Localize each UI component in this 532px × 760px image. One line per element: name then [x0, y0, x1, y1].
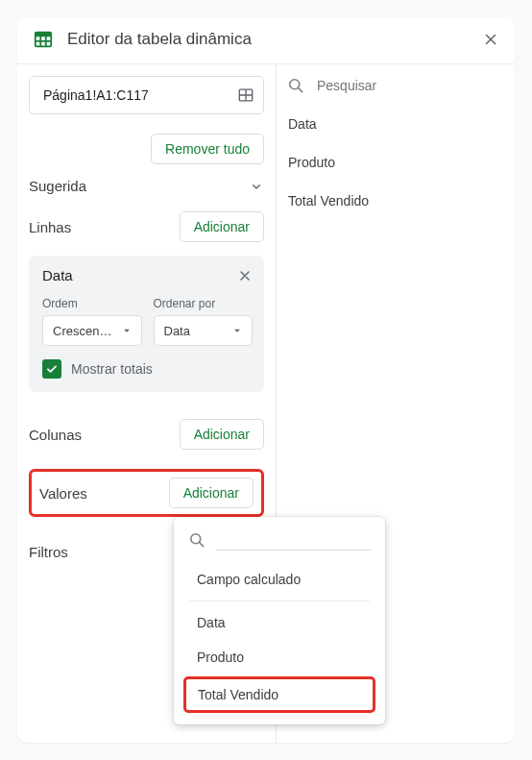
show-totals-row: Mostrar totais	[42, 359, 253, 379]
order-label: Ordem	[42, 297, 142, 310]
calculated-field-option[interactable]: Campo calculado	[174, 558, 385, 597]
suggested-label: Sugerida	[29, 178, 86, 194]
dropdown-option[interactable]: Produto	[174, 640, 385, 674]
search-icon	[286, 76, 305, 95]
columns-add-button[interactable]: Adicionar	[180, 419, 264, 450]
rows-title: Linhas	[29, 219, 71, 235]
close-icon[interactable]	[482, 31, 499, 48]
pivot-table-icon	[33, 29, 54, 50]
values-section-highlight: Valores Adicionar	[29, 469, 264, 517]
panel-header: Editor da tabela dinâmica	[17, 17, 515, 63]
divider	[189, 601, 370, 601]
row-field-name: Data	[42, 267, 73, 283]
caret-down-icon	[120, 324, 133, 337]
sort-by-value: Data	[164, 324, 190, 338]
row-field-card: Data Ordem Crescen…	[29, 256, 264, 392]
svg-point-16	[191, 533, 201, 543]
order-value: Crescen…	[53, 324, 111, 338]
dropdown-option-highlight: Total Vendido	[183, 676, 375, 713]
columns-title: Colunas	[29, 427, 82, 443]
sort-by-select[interactable]: Data	[154, 315, 254, 346]
values-title: Valores	[39, 485, 87, 502]
columns-section-header: Colunas Adicionar	[29, 419, 264, 450]
select-range-icon[interactable]	[236, 86, 255, 105]
remove-all-button[interactable]: Remover tudo	[151, 134, 264, 164]
values-add-button[interactable]: Adicionar	[169, 478, 254, 508]
field-list: Data Produto Total Vendido	[286, 105, 505, 220]
svg-line-15	[299, 88, 302, 92]
caret-down-icon	[230, 324, 244, 337]
svg-rect-1	[36, 33, 52, 37]
svg-point-14	[290, 80, 300, 89]
filters-title: Filtros	[29, 544, 68, 560]
suggested-section[interactable]: Sugerida	[29, 178, 264, 194]
svg-line-17	[200, 542, 204, 546]
rows-section-header: Linhas Adicionar	[29, 211, 264, 242]
search-icon	[187, 530, 206, 550]
dropdown-option[interactable]: Data	[174, 605, 385, 640]
field-item[interactable]: Total Vendido	[286, 182, 505, 220]
values-add-dropdown: Campo calculado Data Produto Total Vendi…	[174, 517, 385, 724]
chevron-down-icon[interactable]	[249, 179, 264, 194]
sort-by-label: Ordenar por	[154, 297, 254, 310]
remove-all-row: Remover tudo	[29, 134, 264, 164]
remove-field-icon[interactable]	[237, 268, 253, 283]
dropdown-search-input[interactable]	[216, 528, 372, 551]
field-search-row	[286, 72, 505, 105]
data-range-input[interactable]	[41, 86, 236, 104]
data-range-input-row	[29, 76, 264, 114]
field-item[interactable]: Data	[286, 105, 505, 143]
panel-title: Editor da tabela dinâmica	[67, 30, 482, 49]
order-select[interactable]: Crescen…	[42, 315, 142, 346]
values-section-header: Valores Adicionar	[39, 478, 254, 508]
field-search-input[interactable]	[315, 77, 505, 94]
show-totals-label: Mostrar totais	[71, 361, 153, 377]
show-totals-checkbox[interactable]	[42, 359, 61, 379]
field-item[interactable]: Produto	[286, 143, 505, 182]
rows-add-button[interactable]: Adicionar	[180, 211, 264, 242]
dropdown-search-row	[174, 525, 385, 558]
dropdown-option[interactable]: Total Vendido	[183, 676, 375, 713]
